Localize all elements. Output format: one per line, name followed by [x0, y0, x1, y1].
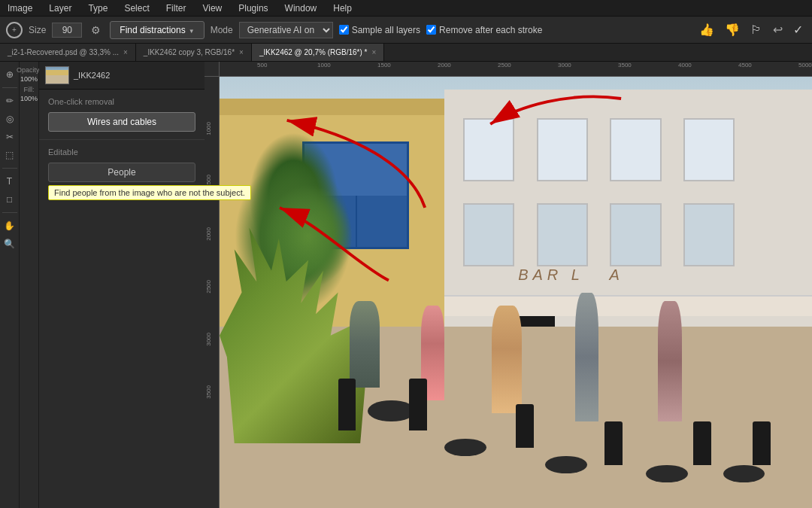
- sample-all-label: Sample all layers: [352, 25, 420, 35]
- photo-scene: BAR L A: [220, 77, 812, 508]
- ruler-v-2500: 2500: [205, 280, 212, 294]
- ruler-h-4500: 4500: [738, 62, 752, 68]
- menu-view[interactable]: View: [199, 2, 225, 15]
- menu-window[interactable]: Window: [282, 2, 320, 15]
- tab-copy3-close[interactable]: ×: [239, 48, 244, 56]
- menu-select[interactable]: Select: [121, 2, 152, 15]
- undo-icon[interactable]: ↩: [770, 21, 786, 38]
- main-layout: ⊕ ✏ ◎ ✂ ⬚ T □ ✋ 🔍 Opacity: 100% Fill: 10…: [0, 62, 812, 508]
- ruler-h-1500: 1500: [377, 62, 391, 68]
- tool-patch[interactable]: ⬚: [2, 147, 18, 163]
- canvas-image: BAR L A: [220, 77, 812, 508]
- ruler-h-2000: 2000: [438, 62, 451, 68]
- second-tool-column: Opacity: 100% Fill: 100%: [20, 62, 39, 508]
- tab-main-close[interactable]: ×: [371, 48, 376, 56]
- people-btn-container: People Find people from the image who ar…: [48, 163, 195, 182]
- opacity-label: Opacity:: [17, 66, 41, 74]
- tool-zoom[interactable]: 🔍: [2, 236, 18, 252]
- chair-5: [693, 421, 711, 464]
- tool-lasso[interactable]: ⊕: [2, 66, 18, 83]
- tab-recovered-label: _i2-1-Recovered.psd @ 33,3% ...: [8, 48, 119, 56]
- tab-main-label: _IKK2462 @ 20,7% (RGB/16*) *: [259, 48, 368, 56]
- editable-title: Editable: [48, 148, 195, 157]
- menu-filter[interactable]: Filter: [163, 2, 189, 15]
- tool-brush[interactable]: ✏: [2, 93, 18, 109]
- ruler-horizontal: 500 1000 1500 2000 2500 3000 3500 4000 4…: [220, 62, 812, 77]
- chair-6: [753, 421, 771, 464]
- toolbar-action-icons: 👍 👎 🏳 ↩ ✓: [696, 21, 806, 38]
- tool-clone[interactable]: ✂: [2, 129, 18, 145]
- sample-all-group: Sample all layers: [339, 25, 420, 35]
- person-4: [575, 293, 599, 422]
- tab-copy3[interactable]: _IKK2462 copy 3, RGB/16* ×: [136, 44, 252, 61]
- one-click-removal-section: One-click removal Wires and cables: [39, 90, 205, 140]
- wires-cables-button[interactable]: Wires and cables: [48, 112, 195, 132]
- menu-image[interactable]: Image: [5, 2, 35, 15]
- chair-4: [604, 421, 623, 464]
- right-area: 500 1000 1500 2000 2500 3000 3500 4000 4…: [205, 62, 812, 508]
- tool-shape[interactable]: □: [2, 191, 18, 208]
- editable-section: Editable People Find people from the ima…: [39, 140, 205, 190]
- table-2: [444, 439, 486, 456]
- remove-after-group: Remove after each stroke: [426, 25, 542, 35]
- menu-type[interactable]: Type: [85, 2, 111, 15]
- sample-all-checkbox[interactable]: [339, 25, 349, 35]
- menu-layer[interactable]: Layer: [46, 2, 74, 15]
- ruler-h-1000: 1000: [317, 62, 331, 68]
- ruler-v-2000: 2000: [205, 227, 212, 241]
- left-panel-area: _IKK2462 One-click removal Wires and cab…: [39, 62, 205, 508]
- people-button[interactable]: People: [48, 163, 195, 182]
- ruler-h-3000: 3000: [558, 62, 571, 68]
- size-label: Size: [29, 25, 46, 35]
- tool-mode-icon[interactable]: +: [6, 22, 23, 38]
- people-tooltip: Find people from the image who are not t…: [48, 185, 251, 200]
- person-3: [492, 306, 521, 413]
- layer-panel-item[interactable]: _IKK2462: [39, 62, 205, 90]
- table-4: [646, 465, 687, 482]
- remove-after-label: Remove after each stroke: [439, 25, 542, 35]
- opacity-value: 100%: [20, 75, 38, 83]
- thumbs-down-icon[interactable]: 👎: [722, 21, 743, 38]
- flag-icon[interactable]: 🏳: [747, 22, 765, 38]
- tab-copy3-label: _IKK2462 copy 3, RGB/16*: [144, 48, 235, 56]
- tab-main[interactable]: _IKK2462 @ 20,7% (RGB/16*) * ×: [252, 44, 384, 61]
- chair-1: [338, 379, 356, 430]
- table-3: [545, 456, 586, 473]
- tab-recovered-close[interactable]: ×: [123, 48, 128, 56]
- ruler-corner: [205, 62, 220, 77]
- ruler-h-2500: 2500: [498, 62, 511, 68]
- chair-3: [516, 404, 534, 447]
- settings-icon[interactable]: ⚙: [88, 23, 104, 38]
- tool-hand[interactable]: ✋: [2, 217, 18, 234]
- ruler-h-3500: 3500: [618, 62, 632, 68]
- menu-help[interactable]: Help: [330, 2, 355, 15]
- tab-recovered[interactable]: _i2-1-Recovered.psd @ 33,3% ... ×: [0, 44, 136, 61]
- one-click-title: One-click removal: [48, 97, 195, 106]
- bar-sign-text: BAR L A: [518, 266, 624, 284]
- mode-select[interactable]: Generative AI on: [239, 22, 333, 38]
- table-5: [723, 465, 765, 482]
- find-distractions-button[interactable]: Find distractions: [110, 21, 204, 39]
- ruler-h-4000: 4000: [678, 62, 692, 68]
- fill-label: Fill:: [24, 86, 35, 93]
- ruler-vertical: 1000 1500 2000 2500 3000 3500: [205, 77, 220, 508]
- ruler-v-3500: 3500: [205, 385, 212, 399]
- layer-name: _IKK2462: [74, 71, 110, 80]
- ruler-h-500: 500: [257, 62, 267, 68]
- menu-plugins[interactable]: Plugins: [235, 2, 271, 15]
- left-tool-sidebar: ⊕ ✏ ◎ ✂ ⬚ T □ ✋ 🔍: [0, 62, 20, 508]
- ruler-h-5000: 5000: [798, 62, 812, 68]
- thumbs-up-icon[interactable]: 👍: [696, 21, 717, 38]
- person-1: [350, 301, 379, 388]
- tool-type[interactable]: T: [2, 173, 18, 190]
- blue-window-shutters: [302, 141, 409, 249]
- menu-bar: Image Layer Type Select Filter View Plug…: [0, 0, 812, 17]
- tabs-bar: _i2-1-Recovered.psd @ 33,3% ... × _IKK24…: [0, 44, 812, 62]
- tool-healing[interactable]: ◎: [2, 111, 18, 127]
- toolbar: + Size ⚙ Find distractions Mode Generati…: [0, 17, 812, 44]
- size-input[interactable]: [52, 23, 82, 38]
- remove-after-checkbox[interactable]: [426, 25, 436, 35]
- fill-value: 100%: [20, 95, 38, 102]
- confirm-icon[interactable]: ✓: [790, 21, 806, 38]
- chair-2: [409, 379, 427, 430]
